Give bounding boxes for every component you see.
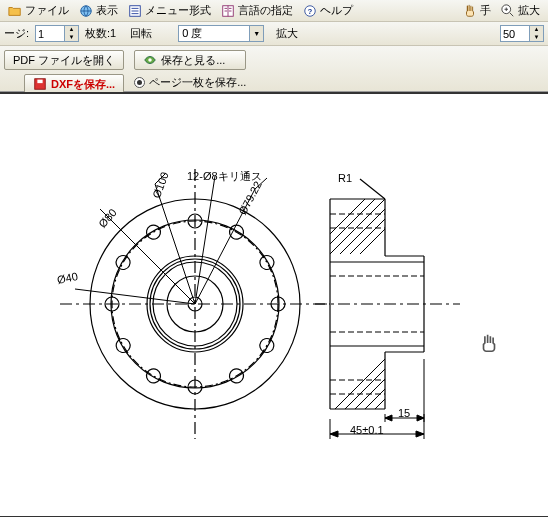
zoom-input[interactable] (501, 26, 529, 41)
page-spinner[interactable]: ▲▼ (35, 25, 79, 42)
save-and-view-button[interactable]: 保存と見る... (134, 50, 246, 70)
svg-point-30 (257, 253, 276, 272)
save-dxf-button[interactable]: DXFを保存... (24, 74, 124, 94)
open-pdf-label: PDF ファイルを開く (13, 53, 115, 68)
menu-file-label: ファイル (25, 3, 69, 18)
svg-line-68 (360, 354, 440, 434)
svg-marker-75 (416, 431, 424, 437)
menu-language[interactable]: 言語の指定 (217, 2, 297, 20)
zoom-spinner-arrows[interactable]: ▲▼ (529, 26, 543, 41)
svg-marker-74 (330, 431, 338, 437)
menu-view-label: 表示 (96, 3, 118, 18)
hand-icon (463, 4, 477, 18)
drawing-canvas[interactable]: 12-Ø8キリ通ス Ø100 Ø80 Ø40 Ø79.22 R1 15 45±0… (0, 92, 548, 529)
save-and-view-label: 保存と見る... (161, 53, 225, 68)
svg-text:?: ? (308, 6, 313, 15)
help-icon: ? (303, 4, 317, 18)
menu-language-label: 言語の指定 (238, 3, 293, 18)
svg-marker-80 (417, 415, 424, 421)
page-spinner-arrows[interactable]: ▲▼ (64, 26, 78, 41)
book-icon (221, 4, 235, 18)
toolbar-secondary: ージ: ▲▼ 枚数:1 回転 ▼ 拡大 ▲▼ (0, 22, 548, 46)
list-icon (128, 4, 142, 18)
zoom-spinner[interactable]: ▲▼ (500, 25, 544, 42)
svg-marker-79 (385, 415, 392, 421)
rotate-drop-icon[interactable]: ▼ (249, 26, 263, 41)
radio-one-page-control[interactable] (134, 77, 145, 88)
svg-line-61 (360, 174, 440, 254)
cad-drawing (0, 94, 548, 529)
dim-r1: R1 (338, 172, 352, 184)
hand-tool-label: 手 (480, 3, 491, 18)
svg-rect-7 (37, 80, 42, 84)
rotate-input[interactable] (179, 26, 249, 41)
svg-point-23 (144, 366, 163, 385)
zoom-label: 拡大 (276, 26, 298, 41)
zoom-in-icon (501, 4, 515, 18)
menu-format-label: メニュー形式 (145, 3, 211, 18)
menu-help[interactable]: ? ヘルプ (299, 2, 357, 20)
page-input[interactable] (36, 26, 64, 41)
rotate-label: 回転 (130, 26, 152, 41)
menu-file[interactable]: ファイル (4, 2, 73, 20)
zoom-in-label: 拡大 (518, 3, 540, 18)
svg-line-81 (360, 179, 385, 199)
hand-tool[interactable]: 手 (459, 2, 495, 20)
rotate-combo[interactable]: ▼ (178, 25, 264, 42)
menu-format[interactable]: メニュー形式 (124, 2, 215, 20)
left-buttons: PDF ファイルを開く DXFを保存... (4, 50, 124, 94)
dim-45: 45±0.1 (350, 424, 384, 436)
globe-icon (79, 4, 93, 18)
sheet-count-label: 枚数:1 (85, 26, 116, 41)
dim-15: 15 (398, 407, 410, 419)
svg-line-33 (75, 289, 195, 304)
svg-line-32 (100, 209, 195, 304)
svg-point-26 (114, 253, 133, 272)
eye-save-icon (143, 53, 157, 67)
open-pdf-button[interactable]: PDF ファイルを開く (4, 50, 124, 70)
open-folder-icon (8, 4, 22, 18)
page-label: ージ: (4, 26, 29, 41)
menu-view[interactable]: 表示 (75, 2, 122, 20)
toolbar-actions: PDF ファイルを開く DXFを保存... 保存と見る... ページ一枚を保存.… (0, 46, 548, 92)
menubar: ファイル 表示 メニュー形式 言語の指定 ? ヘルプ 手 拡大 (0, 0, 548, 22)
radio-one-page[interactable]: ページ一枚を保存... (134, 74, 246, 90)
svg-point-8 (148, 58, 152, 62)
svg-line-31 (155, 184, 195, 304)
save-dxf-label: DXFを保存... (51, 77, 115, 92)
save-icon (33, 77, 47, 91)
menubar-right: 手 拡大 (459, 2, 544, 20)
radio-one-page-label: ページ一枚を保存... (149, 75, 246, 90)
menu-help-label: ヘルプ (320, 3, 353, 18)
bottom-divider (0, 516, 548, 517)
zoom-in-tool[interactable]: 拡大 (497, 2, 544, 20)
cursor-hand-icon (478, 332, 500, 359)
svg-point-24 (114, 336, 133, 355)
